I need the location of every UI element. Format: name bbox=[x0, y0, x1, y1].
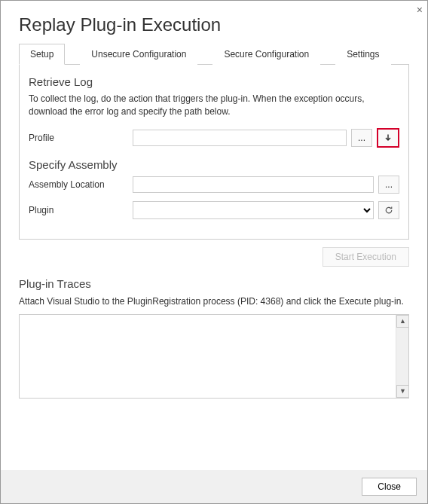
profile-browse-button[interactable]: ... bbox=[351, 129, 372, 147]
scroll-down-icon[interactable]: ▼ bbox=[396, 385, 409, 398]
close-button[interactable]: Close bbox=[362, 478, 417, 496]
assembly-browse-button[interactable]: ... bbox=[378, 176, 399, 194]
retrieve-log-header: Retrieve Log bbox=[29, 75, 399, 88]
start-execution-button[interactable]: Start Execution bbox=[323, 247, 409, 267]
plugin-refresh-button[interactable] bbox=[378, 201, 399, 219]
tab-unsecure-configuration[interactable]: Unsecure Configuration bbox=[80, 44, 197, 65]
refresh-icon bbox=[384, 206, 393, 215]
download-arrow-icon bbox=[384, 133, 393, 142]
assembly-location-input[interactable] bbox=[133, 176, 374, 193]
retrieve-log-desc: To collect the log, do the action that t… bbox=[29, 93, 399, 119]
ellipsis-icon: ... bbox=[358, 133, 365, 143]
tab-secure-configuration[interactable]: Secure Configuration bbox=[212, 44, 320, 65]
tab-settings[interactable]: Settings bbox=[335, 44, 390, 65]
plugin-traces-desc: Attach Visual Studio to the PluginRegist… bbox=[19, 296, 409, 307]
close-icon[interactable]: × bbox=[417, 4, 423, 16]
profile-input[interactable] bbox=[133, 130, 347, 146]
plugin-traces-header: Plug-in Traces bbox=[19, 277, 409, 290]
plugin-label: Plugin bbox=[29, 205, 128, 215]
plugin-select[interactable] bbox=[133, 201, 374, 219]
setup-panel: Retrieve Log To collect the log, do the … bbox=[19, 65, 409, 240]
tab-setup[interactable]: Setup bbox=[19, 44, 65, 65]
dialog-title: Replay Plug-in Execution bbox=[1, 1, 427, 43]
specify-assembly-header: Specify Assembly bbox=[29, 158, 399, 171]
plugin-traces-output[interactable]: ▲ ▼ bbox=[19, 314, 409, 399]
profile-download-button[interactable] bbox=[377, 128, 399, 148]
dialog-footer: Close bbox=[1, 470, 427, 503]
profile-label: Profile bbox=[29, 133, 128, 143]
assembly-location-label: Assembly Location bbox=[29, 179, 128, 190]
ellipsis-icon: ... bbox=[385, 179, 393, 190]
tab-strip: Setup Unsecure Configuration Secure Conf… bbox=[19, 43, 409, 65]
scroll-up-icon[interactable]: ▲ bbox=[396, 315, 409, 328]
scrollbar[interactable]: ▲ ▼ bbox=[396, 315, 408, 398]
